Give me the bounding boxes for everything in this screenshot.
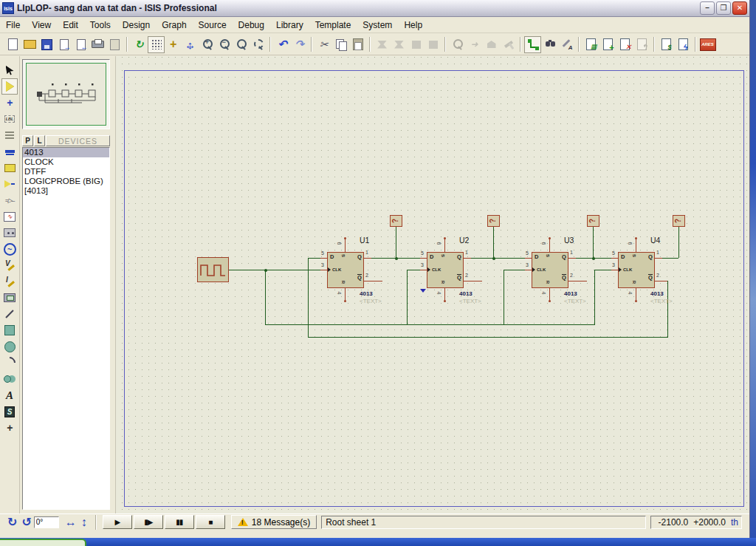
device-list-item[interactable]: CLOCK (23, 157, 109, 167)
selection-pointer-icon[interactable] (1, 62, 18, 78)
coordinate-x: -2100.0 (659, 517, 689, 528)
menu-debug[interactable]: Debug (233, 18, 270, 32)
2d-line-icon[interactable] (1, 306, 18, 322)
logic-probe[interactable]: ? (587, 215, 599, 227)
device-list-item[interactable]: [4013] (23, 186, 109, 196)
menu-tools[interactable]: Tools (84, 18, 117, 32)
menu-view[interactable]: View (26, 18, 57, 32)
rotation-angle-field[interactable] (34, 516, 59, 528)
rotate-clockwise-icon[interactable]: ↻ (7, 516, 17, 528)
mark-output-area-icon[interactable] (106, 36, 123, 53)
menu-system[interactable]: System (357, 18, 398, 32)
library-manager-button[interactable]: L (34, 135, 45, 146)
rotate-anticlockwise-icon[interactable]: ↺ (21, 516, 31, 528)
pin-stub (655, 258, 662, 259)
open-design-icon[interactable] (21, 36, 38, 53)
subcircuit-mode-icon[interactable] (1, 160, 18, 176)
close-button[interactable]: ✕ (732, 1, 747, 15)
device-list-item[interactable]: LOGICPROBE (BIG) (23, 177, 109, 186)
component-reference: U3 (564, 236, 574, 245)
search-tag-icon[interactable] (541, 36, 558, 53)
device-pin-mode-icon[interactable] (1, 192, 18, 208)
logic-probe[interactable]: ? (673, 215, 685, 227)
step-button[interactable]: ▮▶ (134, 515, 163, 529)
menu-template[interactable]: Template (309, 18, 357, 32)
zoom-in-icon[interactable] (199, 36, 216, 53)
paste-icon[interactable] (349, 36, 366, 53)
wire-label-icon[interactable] (1, 111, 18, 127)
clock-generator[interactable] (197, 257, 229, 282)
menu-library[interactable]: Library (270, 18, 309, 32)
windows-taskbar[interactable] (0, 538, 756, 546)
menu-file[interactable]: File (0, 18, 26, 32)
2d-text-icon[interactable] (1, 387, 18, 403)
device-list-item[interactable]: DTFF (23, 167, 109, 177)
zoom-all-icon[interactable] (233, 36, 250, 53)
menu-source[interactable]: Source (193, 18, 233, 32)
overview-window[interactable] (22, 59, 110, 129)
netlist-to-ares-icon[interactable]: ARES (699, 36, 716, 53)
cut-icon[interactable] (315, 36, 332, 53)
minimize-button[interactable]: – (700, 1, 715, 15)
pin-stub (636, 239, 636, 252)
zoom-area-icon[interactable] (250, 36, 267, 53)
message-log-button[interactable]: 18 Message(s) (231, 515, 317, 529)
menu-help[interactable]: Help (398, 18, 428, 32)
2d-symbol-icon[interactable] (1, 403, 18, 420)
voltage-probe-icon[interactable] (1, 257, 18, 273)
pan-icon[interactable] (182, 36, 199, 53)
pin-number-qbar: 2 (465, 273, 468, 278)
virtual-instruments-icon[interactable] (1, 290, 18, 306)
restore-button[interactable]: ❐ (716, 1, 731, 15)
save-design-icon[interactable] (38, 36, 55, 53)
schematic-canvas[interactable]: DCLKQQSR531264U14013<TEXT>DCLKQQSR531264… (116, 56, 749, 513)
menu-graph[interactable]: Graph (156, 18, 192, 32)
pause-button[interactable]: ▮▮ (165, 515, 194, 529)
bus-mode-icon[interactable] (1, 143, 18, 160)
terminal-mode-icon[interactable] (1, 176, 18, 192)
device-list-item[interactable]: 4013 (23, 148, 109, 157)
undo-icon[interactable] (274, 36, 291, 53)
text-script-icon[interactable] (1, 127, 18, 143)
wire-autorouter-icon[interactable] (524, 36, 541, 53)
generator-mode-icon[interactable] (1, 241, 18, 257)
zoom-out-icon[interactable] (216, 36, 233, 53)
import-section-icon[interactable] (55, 36, 72, 53)
menu-edit[interactable]: Edit (57, 18, 84, 32)
tape-recorder-icon[interactable] (1, 225, 18, 241)
property-assignment-icon[interactable] (558, 36, 575, 53)
2d-arc-icon[interactable] (1, 355, 18, 371)
graph-mode-icon[interactable] (1, 208, 18, 225)
copy-icon[interactable] (332, 36, 349, 53)
redraw-icon[interactable] (131, 36, 148, 53)
flip-vertical-icon[interactable]: ↕ (81, 516, 87, 528)
play-button[interactable]: ▶ (103, 515, 132, 529)
stop-button[interactable]: ■ (196, 515, 225, 529)
remove-sheet-icon[interactable] (616, 36, 633, 53)
export-section-icon[interactable] (72, 36, 89, 53)
current-probe-icon[interactable] (1, 273, 18, 290)
toggle-grid-icon[interactable] (148, 36, 165, 53)
print-icon[interactable] (89, 36, 106, 53)
start-button[interactable] (0, 539, 86, 546)
new-document-icon[interactable] (4, 36, 21, 53)
logic-probe[interactable]: ? (487, 215, 500, 227)
flip-horizontal-icon[interactable]: ↔ (65, 516, 77, 528)
2d-path-icon[interactable] (1, 371, 18, 387)
2d-circle-icon[interactable] (1, 338, 18, 355)
pin-end-dot (444, 237, 446, 239)
new-sheet-icon[interactable] (599, 36, 616, 53)
origin-icon[interactable] (165, 36, 182, 53)
electrical-rule-check-icon[interactable] (675, 36, 692, 53)
2d-box-icon[interactable] (1, 322, 18, 338)
junction-dot (264, 269, 267, 272)
design-explorer-icon[interactable] (583, 36, 599, 53)
logic-probe[interactable]: ? (390, 215, 402, 227)
bill-of-materials-icon[interactable] (658, 36, 675, 53)
pick-parts-button[interactable]: P (22, 135, 33, 146)
junction-dot-icon[interactable] (1, 95, 18, 111)
menu-design[interactable]: Design (117, 18, 156, 32)
component-mode-icon[interactable] (1, 78, 18, 95)
2d-marker-icon[interactable] (1, 420, 18, 436)
redo-icon[interactable] (291, 36, 308, 53)
